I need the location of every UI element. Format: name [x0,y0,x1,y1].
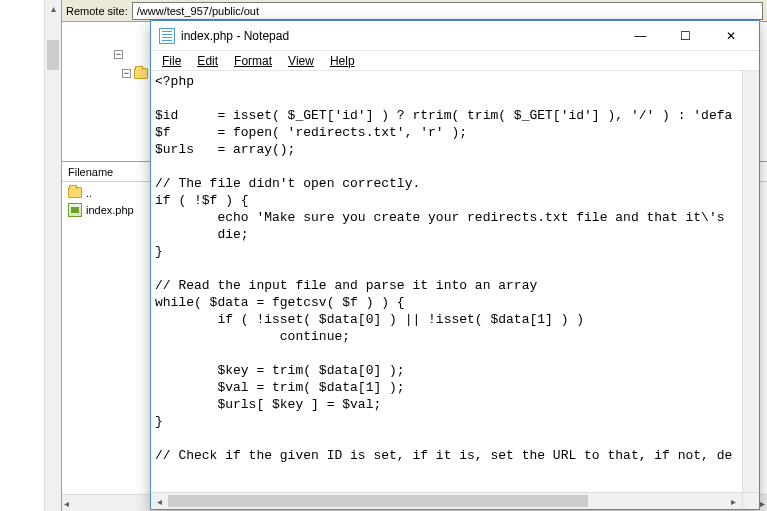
menu-view[interactable]: View [281,53,321,69]
menu-format[interactable]: Format [227,53,279,69]
tree-collapse-icon[interactable]: − [122,69,131,78]
menu-file[interactable]: File [155,53,188,69]
scroll-left-icon[interactable]: ◂ [64,498,69,509]
scroll-up-icon[interactable]: ▴ [45,0,61,17]
remote-path-input[interactable] [132,2,763,20]
remote-site-label: Remote site: [66,5,128,17]
editor-v-scrollbar[interactable] [742,71,759,492]
editor-area: <?php $id = isset( $_GET['id'] ) ? rtrim… [151,71,759,509]
file-name: .. [86,187,92,199]
remote-path-bar: Remote site: [62,0,767,22]
window-title: index.php - Notepad [181,29,618,43]
tree-collapse-icon[interactable]: − [114,50,123,59]
notepad-window: index.php - Notepad — ☐ ✕ File Edit Form… [150,20,760,510]
scroll-thumb[interactable] [168,495,588,507]
scroll-track[interactable] [168,493,725,509]
menu-help[interactable]: Help [323,53,362,69]
parent-folder-icon [68,187,82,198]
local-tree-pane: ▴ [0,0,62,511]
scroll-right-icon[interactable]: ▸ [760,498,765,509]
scroll-right-icon[interactable]: ▸ [725,493,742,510]
notepad-app-icon [159,28,175,44]
maximize-button[interactable]: ☐ [663,22,708,50]
minimize-button[interactable]: — [618,22,663,50]
scroll-corner [742,493,759,510]
scroll-left-icon[interactable]: ◂ [151,493,168,510]
folder-icon [134,68,148,79]
titlebar[interactable]: index.php - Notepad — ☐ ✕ [151,21,759,51]
tree-node[interactable]: − [114,50,123,59]
menubar: File Edit Format View Help [151,51,759,71]
window-controls: — ☐ ✕ [618,22,753,50]
menu-edit[interactable]: Edit [190,53,225,69]
php-file-icon [68,203,82,217]
file-name: index.php [86,204,134,216]
local-tree-scrollbar[interactable]: ▴ [44,0,61,511]
scroll-thumb[interactable] [47,40,59,70]
close-button[interactable]: ✕ [708,22,753,50]
editor-h-scrollbar[interactable]: ◂ ▸ [151,492,759,509]
tree-node[interactable]: − [122,68,148,79]
text-editor[interactable]: <?php $id = isset( $_GET['id'] ) ? rtrim… [151,71,742,492]
